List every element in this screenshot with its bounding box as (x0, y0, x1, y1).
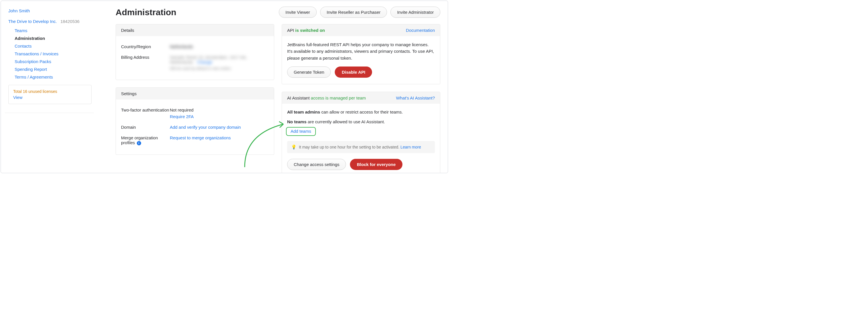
nav-spending[interactable]: Spending Report (8, 65, 102, 73)
sidebar: John Smith The Drive to Develop Inc. 184… (1, 1, 110, 173)
block-for-everyone-button[interactable]: Block for everyone (350, 159, 402, 170)
nav-contacts-link[interactable]: Contacts (14, 43, 32, 48)
nav-terms-link[interactable]: Terms / Agreements (14, 74, 53, 79)
unused-licenses-card: Total 16 unused licenses View (8, 85, 92, 104)
add-domain-link[interactable]: Add and verify your company domain (170, 125, 241, 130)
org-id: 18420536 (60, 19, 80, 24)
nav-administration[interactable]: Administration (8, 34, 102, 42)
require-2fa-link[interactable]: Require 2FA (170, 114, 194, 119)
nav-contacts[interactable]: Contacts (8, 42, 102, 50)
api-header: API is switched on Documentation (282, 24, 440, 36)
org-row: The Drive to Develop Inc. 18420536 (8, 19, 102, 24)
ai-header: AI Assistant access is managed per team … (282, 92, 440, 104)
nav-packs[interactable]: Subscription Packs (8, 58, 102, 65)
generate-token-button[interactable]: Generate Token (287, 67, 331, 78)
unused-licenses-total: Total 16 unused licenses (13, 89, 87, 94)
invite-viewer-button[interactable]: Invite Viewer (279, 7, 317, 18)
nav-transactions[interactable]: Transactions / Invoices (8, 50, 102, 58)
api-documentation-link[interactable]: Documentation (406, 28, 435, 33)
org-link[interactable]: The Drive to Develop Inc. (8, 19, 57, 24)
nav-teams-link[interactable]: Teams (14, 28, 27, 33)
billing-change-link[interactable]: Change (197, 60, 212, 65)
ai-title-prefix: AI Assistant (287, 96, 311, 100)
add-teams-link[interactable]: Add teams (286, 127, 316, 136)
settings-header: Settings (116, 88, 274, 99)
merge-label: Merge organization profiles i (121, 135, 170, 145)
ai-line2-strong: No teams (287, 119, 307, 124)
ai-line1-strong: All team admins (287, 109, 320, 114)
billing-line1: Sample Street 10, Amsterdam, 1017 AA, (170, 55, 247, 60)
ai-hint-text: It may take up to one hour for the setti… (299, 145, 400, 149)
api-description: JetBrains full-featured REST API helps y… (287, 41, 435, 61)
api-title-prefix: API (287, 28, 295, 33)
app-frame: John Smith The Drive to Develop Inc. 184… (1, 1, 448, 173)
country-value: Netherlands (170, 44, 193, 49)
details-header: Details (116, 24, 274, 36)
nav-terms[interactable]: Terms / Agreements (8, 73, 102, 81)
twofa-label: Two-factor authentication (121, 107, 170, 119)
left-column: Details Country/Region Netherlands Billi… (116, 24, 274, 173)
billing-value: Sample Street 10, Amsterdam, 1017 AA, Ne… (170, 55, 247, 70)
nav-transactions-link[interactable]: Transactions / Invoices (14, 51, 59, 56)
sidebar-divider (5, 113, 94, 113)
nav-spending-link[interactable]: Spending Report (14, 67, 47, 72)
nav-teams[interactable]: Teams (8, 27, 102, 34)
whats-ai-assistant-link[interactable]: What's AI Assistant? (396, 96, 435, 100)
page-title: Administration (116, 7, 177, 17)
twofa-status: Not required (170, 107, 194, 112)
settings-card: Settings Two-factor authentication Not r… (116, 88, 274, 155)
billing-line2: Netherlands (170, 60, 193, 65)
billing-label: Billing Address (121, 55, 170, 70)
api-card: API is switched on Documentation JetBrai… (282, 24, 440, 84)
sidebar-nav: Teams Administration Contacts Transactio… (8, 27, 102, 81)
ai-learn-more-link[interactable]: Learn more (400, 145, 421, 149)
lightbulb-icon: 💡 (291, 144, 297, 150)
billing-note: Will be used by default in new orders. (170, 66, 247, 70)
change-access-settings-button[interactable]: Change access settings (287, 159, 346, 170)
merge-orgs-link[interactable]: Request to merge organizations (170, 135, 231, 140)
country-label: Country/Region (121, 44, 170, 49)
invite-administrator-button[interactable]: Invite Administrator (391, 7, 440, 18)
details-card: Details Country/Region Netherlands Billi… (116, 24, 274, 80)
page-header: Administration Invite Viewer Invite Rese… (110, 7, 440, 18)
nav-packs-link[interactable]: Subscription Packs (14, 59, 51, 64)
invite-reseller-button[interactable]: Invite Reseller as Purchaser (320, 7, 387, 18)
ai-hint: 💡 It may take up to one hour for the set… (287, 141, 435, 153)
unused-licenses-view-link[interactable]: View (13, 95, 22, 100)
main-content: Administration Invite Viewer Invite Rese… (110, 1, 448, 173)
right-column: API is switched on Documentation JetBrai… (282, 24, 440, 173)
disable-api-button[interactable]: Disable API (335, 67, 372, 78)
api-status: is switched on (295, 28, 325, 33)
ai-assistant-card: AI Assistant access is managed per team … (282, 92, 440, 173)
domain-label: Domain (121, 125, 170, 130)
user-link[interactable]: John Smith (8, 8, 30, 13)
top-actions: Invite Viewer Invite Reseller as Purchas… (279, 7, 440, 18)
ai-line2-rest: are currently allowed to use AI Assistan… (307, 119, 385, 124)
info-icon[interactable]: i (137, 141, 141, 145)
ai-status: access is managed per team (311, 96, 366, 100)
ai-line1-rest: can allow or restrict access for their t… (320, 109, 403, 114)
